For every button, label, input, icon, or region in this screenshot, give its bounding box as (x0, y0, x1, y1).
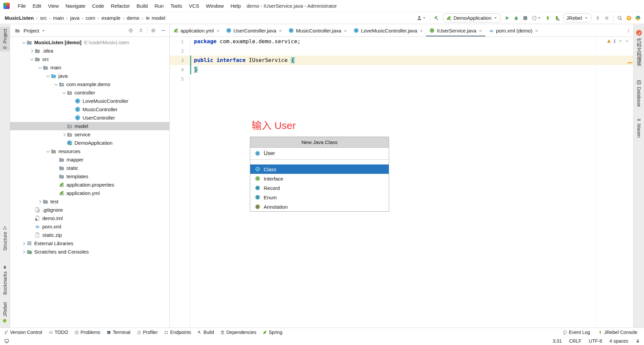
tab-close-icon[interactable]: × (216, 28, 219, 33)
kind-option-enum[interactable]: EEnum (250, 193, 389, 202)
menu-item-build[interactable]: Build (133, 0, 151, 12)
breadcrumb-item[interactable]: src (40, 15, 47, 21)
breadcrumb-item[interactable]: model (152, 15, 165, 21)
tool-window-button-jrebel-console[interactable]: JRebel Console (598, 330, 637, 335)
locate-file-button[interactable] (127, 26, 135, 34)
tool-window-button-profiler[interactable]: Profiler (137, 330, 158, 335)
plugin-pinwheel-button[interactable] (635, 15, 641, 21)
tab-list-more-icon[interactable] (626, 28, 631, 33)
tab-close-icon[interactable]: × (344, 28, 347, 33)
breadcrumb-item[interactable]: demo (127, 15, 140, 21)
tool-window-button-build[interactable]: Build (198, 330, 214, 335)
editor-tab[interactable]: CMusicController.java× (285, 24, 350, 37)
tool-strip-button-project[interactable]: Project (0, 27, 10, 51)
breadcrumb-item[interactable]: main (53, 15, 64, 21)
expand-chevron-icon[interactable] (29, 47, 35, 55)
close-button[interactable] (625, 0, 644, 12)
editor-tab[interactable]: mpom.xml (demo)× (485, 24, 541, 37)
menu-item-navigate[interactable]: Navigate (62, 0, 89, 12)
update-available-button[interactable] (626, 15, 632, 21)
menu-item-edit[interactable]: Edit (29, 0, 45, 12)
chevron-down-icon[interactable] (625, 39, 629, 43)
tree-row[interactable]: mapper (10, 155, 169, 164)
tree-row[interactable]: Scratches and Consoles (10, 248, 169, 256)
tree-row[interactable]: application.properties (10, 181, 169, 189)
tool-strip-button-structure[interactable]: Structure (0, 224, 10, 253)
minimize-button[interactable] (587, 0, 606, 12)
tab-close-icon[interactable]: × (420, 28, 423, 33)
collapse-chevron-icon[interactable] (29, 55, 35, 63)
expand-chevron-icon[interactable] (21, 248, 26, 256)
menu-item-tools[interactable]: Tools (167, 0, 185, 12)
expand-chevron-icon[interactable] (37, 197, 43, 206)
menu-item-code[interactable]: Code (89, 0, 107, 12)
chevron-down-icon[interactable] (41, 28, 46, 33)
debug-button[interactable] (514, 15, 519, 21)
build-project-button[interactable] (434, 15, 439, 21)
tree-row[interactable]: .idea (10, 47, 169, 55)
stop-button[interactable] (604, 15, 609, 21)
menu-item-window[interactable]: Window (203, 0, 227, 12)
warning-stripe-mark[interactable] (627, 62, 632, 63)
expand-chevron-icon[interactable] (21, 239, 26, 248)
breadcrumb-item[interactable]: com (86, 15, 95, 21)
collapse-chevron-icon[interactable] (21, 38, 26, 47)
status-line-separator[interactable]: CRLF (569, 338, 582, 344)
tree-row[interactable]: test (10, 197, 169, 206)
project-panel-title[interactable]: Project (23, 28, 39, 33)
expand-chevron-icon[interactable] (61, 130, 67, 139)
tree-row[interactable]: src (10, 55, 169, 63)
tab-close-icon[interactable]: × (479, 28, 482, 33)
tree-row[interactable]: External Libraries (10, 239, 169, 248)
run-button[interactable] (504, 15, 510, 21)
code-editor[interactable]: 1package com.example.demo.service;23publ… (170, 37, 633, 328)
editor-tab-active[interactable]: IIUserService.java× (426, 24, 485, 37)
tree-row[interactable]: MusicListen [demo]E:\code\MusicListen (10, 38, 169, 47)
tree-row[interactable]: main (10, 63, 169, 72)
jrebel-run-button[interactable] (545, 15, 550, 21)
collapse-all-button[interactable] (137, 26, 145, 34)
tree-row[interactable]: CMusicController (10, 105, 169, 114)
tree-row[interactable]: CLoveMusicController (10, 97, 169, 105)
inspection-widget[interactable]: 1 (607, 39, 629, 44)
menu-item-run[interactable]: Run (151, 0, 167, 12)
tool-strip-button-jrebel[interactable]: JRebel (0, 300, 10, 325)
status-indent-style[interactable]: 4 spaces (609, 338, 628, 344)
tree-row[interactable]: service (10, 130, 169, 139)
tool-window-button-dependencies[interactable]: Dependencies (220, 330, 257, 335)
tree-row[interactable]: controller (10, 88, 169, 97)
editor-tab[interactable]: CUserController.java× (223, 24, 285, 37)
menu-item-file[interactable]: File (14, 0, 29, 12)
maximize-button[interactable] (606, 0, 625, 12)
readonly-lock-icon[interactable] (636, 339, 640, 343)
tree-row[interactable]: com.example.demo (10, 80, 169, 88)
menu-item-view[interactable]: View (45, 0, 62, 12)
code-with-me-button[interactable] (417, 15, 426, 21)
panel-settings-button[interactable] (149, 26, 157, 34)
tree-row[interactable]: demo.iml (10, 214, 169, 222)
chevron-up-icon[interactable] (618, 39, 623, 43)
rerun-disabled-button[interactable] (595, 15, 600, 21)
monitor-icon[interactable] (4, 338, 9, 344)
tool-strip-button-doc-search[interactable]: 代码文档搜索 (634, 28, 644, 68)
tool-strip-button-bookmarks[interactable]: Bookmarks (0, 264, 10, 296)
collapse-chevron-icon[interactable] (61, 88, 67, 97)
tree-row[interactable]: static.zip (10, 231, 169, 239)
collapse-chevron-icon[interactable] (53, 80, 59, 88)
coverage-button[interactable] (523, 15, 528, 21)
jrebel-combo[interactable]: JRebel (563, 13, 591, 22)
hide-panel-button[interactable] (159, 26, 167, 34)
editor-tab[interactable]: application.yml× (170, 24, 223, 37)
collapse-chevron-icon[interactable] (45, 72, 51, 80)
tab-close-icon[interactable]: × (279, 28, 282, 33)
kind-option-record[interactable]: RRecord (250, 183, 389, 193)
tree-row[interactable]: templates (10, 172, 169, 181)
breadcrumb-item[interactable]: example (101, 15, 120, 21)
tool-strip-button-database[interactable]: Database (634, 78, 644, 109)
tool-window-button-spring[interactable]: Spring (263, 330, 282, 335)
tree-row[interactable]: CDemoApplication (10, 139, 169, 147)
tab-close-icon[interactable]: × (535, 28, 538, 33)
tool-window-button-todo[interactable]: TODO (49, 330, 68, 335)
class-name-input[interactable]: CUser (250, 148, 389, 160)
search-everywhere-button[interactable] (617, 15, 623, 21)
